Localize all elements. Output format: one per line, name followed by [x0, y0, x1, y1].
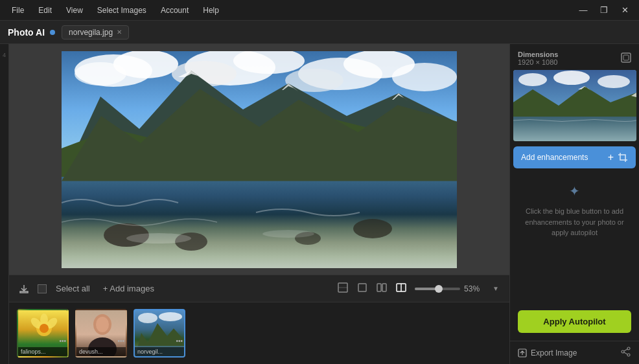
svg-point-49 — [518, 73, 547, 86]
hint-star-icon: ✦ — [518, 181, 631, 201]
mountain-layer — [62, 58, 457, 177]
svg-point-23 — [126, 233, 191, 244]
dimensions-label: Dimensions — [518, 51, 558, 58]
split-view-icon — [376, 282, 388, 293]
add-enhancements-bar[interactable]: Add enhancements + — [513, 146, 636, 168]
add-images-button[interactable]: + Add images — [99, 281, 158, 296]
svg-point-21 — [353, 219, 392, 238]
thumb-2-label: devush... — [76, 347, 126, 356]
filmstrip-thumb-2[interactable]: devush... ••• — [75, 309, 127, 358]
title-bar: File Edit View Select Images Account Hel… — [0, 0, 639, 21]
app-logo: Photo AI — [8, 27, 45, 38]
svg-point-51 — [598, 75, 630, 88]
app-header: Photo AI norvegila.jpg ✕ — [0, 21, 639, 44]
expand-icon — [621, 52, 631, 63]
export-image-button[interactable]: Export Image — [518, 348, 577, 358]
app-logo-dot — [50, 30, 55, 35]
panel-expand-button[interactable] — [621, 52, 631, 65]
filmstrip-thumb-1[interactable]: falinops... ••• — [17, 309, 69, 358]
mountain-svg — [62, 58, 457, 181]
sidebar-scroll-indicator: 4 — [3, 52, 6, 58]
close-button[interactable]: ✕ — [616, 3, 634, 17]
thumb-1-menu[interactable]: ••• — [59, 337, 66, 345]
file-tab-close-icon[interactable]: ✕ — [117, 28, 122, 36]
zoom-slider-thumb[interactable] — [435, 285, 443, 293]
left-sidebar: 4 — [0, 44, 9, 364]
apply-autopilot-button[interactable]: Apply Autopilot — [518, 310, 631, 333]
preview-thumbnail — [513, 70, 636, 141]
share-icon — [621, 347, 631, 357]
menu-edit[interactable]: Edit — [32, 5, 58, 16]
panel-header: Dimensions 1920 × 1080 — [510, 44, 639, 70]
maximize-button[interactable]: ❐ — [595, 3, 613, 17]
select-all-button[interactable]: Select all — [52, 281, 94, 296]
filmstrip-thumb-3[interactable]: norvegil... ••• — [134, 309, 185, 358]
svg-line-61 — [624, 352, 627, 354]
download-button[interactable] — [16, 282, 32, 296]
right-panel: Dimensions 1920 × 1080 — [509, 44, 639, 364]
preview-image-svg — [513, 70, 636, 141]
svg-point-59 — [627, 354, 630, 356]
svg-rect-18 — [62, 177, 457, 268]
single-view-button[interactable] — [354, 279, 371, 299]
center-area: Original Select all + Add images — [9, 44, 509, 364]
water-layer — [62, 177, 457, 268]
svg-point-50 — [553, 71, 590, 85]
add-enhancements-icons: + — [608, 152, 628, 163]
water-svg — [62, 177, 457, 268]
zoom-slider[interactable] — [415, 288, 460, 290]
menu-account[interactable]: Account — [154, 5, 195, 16]
svg-marker-12 — [62, 71, 457, 181]
svg-rect-55 — [513, 117, 636, 141]
thumb-2-menu[interactable]: ••• — [117, 337, 124, 345]
svg-line-60 — [624, 349, 627, 351]
svg-point-36 — [40, 324, 49, 333]
zoom-dropdown-button[interactable]: ▼ — [489, 282, 503, 295]
view-controls — [334, 279, 410, 299]
original-badge: Original — [237, 158, 281, 172]
svg-point-40 — [96, 317, 109, 332]
menu-bar: File Edit View Select Images Account Hel… — [5, 5, 574, 16]
minimize-button[interactable]: — — [574, 3, 592, 17]
menu-help[interactable]: Help — [196, 5, 226, 16]
svg-rect-17 — [62, 177, 457, 181]
split-view-button[interactable] — [373, 279, 390, 299]
share-button[interactable] — [621, 347, 631, 359]
panel-footer: Export Image — [510, 341, 639, 364]
svg-rect-26 — [358, 284, 366, 291]
canvas-area: Original — [9, 44, 509, 275]
filmstrip: falinops... ••• — [9, 302, 509, 364]
download-icon — [19, 284, 29, 293]
zoom-slider-container: 53% ▼ — [415, 282, 503, 295]
menu-file[interactable]: File — [5, 5, 30, 16]
zoom-value: 53% — [464, 284, 485, 293]
svg-rect-27 — [377, 284, 381, 291]
crop-icon — [618, 152, 628, 163]
svg-rect-47 — [623, 55, 629, 60]
svg-rect-28 — [382, 284, 386, 291]
main-layout: 4 — [0, 44, 639, 364]
add-plus-icon: + — [608, 152, 614, 163]
window-controls: — ❐ ✕ — [574, 3, 634, 17]
fit-view-button[interactable] — [334, 279, 351, 299]
svg-point-58 — [622, 350, 624, 353]
compare-view-button[interactable] — [393, 279, 410, 299]
hint-text-container: ✦ Click the big blue button to add enhan… — [510, 174, 639, 305]
thumb-3-label: norvegil... — [135, 347, 184, 356]
file-tab-name: norvegila.jpg — [69, 28, 113, 37]
bottom-toolbar: Select all + Add images — [9, 275, 509, 302]
hint-text-label: Click the big blue button to add enhance… — [525, 207, 623, 236]
export-label: Export Image — [531, 348, 577, 358]
export-icon — [518, 348, 527, 358]
thumb-3-menu[interactable]: ••• — [176, 337, 183, 345]
svg-point-24 — [262, 230, 314, 238]
main-image: Original — [62, 51, 457, 268]
select-all-checkbox[interactable] — [38, 284, 47, 293]
dimensions-info: Dimensions 1920 × 1080 — [518, 51, 558, 66]
file-tab[interactable]: norvegila.jpg ✕ — [62, 25, 129, 40]
menu-view[interactable]: View — [60, 5, 89, 16]
add-enhancements-label: Add enhancements — [521, 153, 588, 162]
menu-select-images[interactable]: Select Images — [91, 5, 153, 16]
svg-rect-46 — [622, 53, 631, 62]
svg-point-57 — [627, 347, 630, 350]
